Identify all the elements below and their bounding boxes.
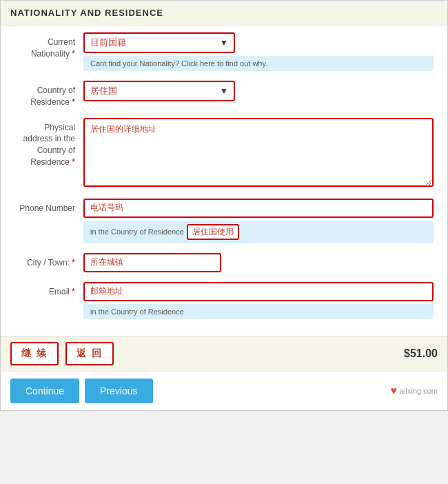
address-label: Physicaladdress in theCountry ofResidenc… xyxy=(14,118,83,168)
nationality-control: 目前国籍 ▼ Cant find your Nationality? Click… xyxy=(83,32,434,71)
email-input[interactable] xyxy=(83,282,434,301)
nationality-select-text: 目前国籍 xyxy=(85,34,214,52)
address-required: * xyxy=(72,157,75,167)
phone-input[interactable] xyxy=(83,199,434,218)
residence-row: Country ofResidence * 居住国 ▼ xyxy=(14,81,434,108)
residence-dropdown-arrow[interactable]: ▼ xyxy=(214,83,234,99)
city-required: * xyxy=(72,258,75,268)
heart-icon: ♥ xyxy=(390,385,397,397)
nationality-required: * xyxy=(72,49,75,59)
watermark-text: ailxing.com xyxy=(400,387,438,395)
address-control xyxy=(83,118,434,189)
residence-control: 居住国 ▼ xyxy=(83,81,434,101)
section-header: NATIONALITY AND RESIDENCE xyxy=(1,1,447,26)
price-display: $51.00 xyxy=(404,347,438,360)
email-label: Email * xyxy=(14,282,83,298)
residence-select-text: 居住国 xyxy=(85,82,214,100)
button-bar: Continue Previous ♥ ailxing.com xyxy=(1,371,447,410)
continue-chinese-button[interactable]: 继 续 xyxy=(10,342,59,365)
email-control: in the Country of Residence xyxy=(83,282,434,319)
residence-required: * xyxy=(72,97,75,107)
city-input[interactable] xyxy=(83,253,221,272)
address-row: Physicaladdress in theCountry ofResidenc… xyxy=(14,118,434,189)
residence-select[interactable]: 居住国 ▼ xyxy=(83,81,235,101)
phone-label: Phone Number xyxy=(14,199,83,214)
city-label: City / Town: * xyxy=(14,253,83,269)
nationality-dropdown-arrow[interactable]: ▼ xyxy=(214,35,234,50)
email-required: * xyxy=(72,287,75,296)
nationality-row: CurrentNationality * 目前国籍 ▼ Cant find yo… xyxy=(14,32,434,71)
city-control xyxy=(83,253,434,272)
continue-button[interactable]: Continue xyxy=(10,379,79,403)
phone-control: in the Country of Residence 居住国使用 xyxy=(83,199,434,243)
phone-hint-prefix: in the Country of Residence xyxy=(90,228,184,236)
nationality-select[interactable]: 目前国籍 ▼ xyxy=(83,32,235,53)
phone-hint: in the Country of Residence 居住国使用 xyxy=(83,221,434,243)
back-chinese-button[interactable]: 返 回 xyxy=(65,342,114,365)
email-hint: in the Country of Residence xyxy=(83,304,434,319)
previous-button[interactable]: Previous xyxy=(85,379,152,403)
form-body: CurrentNationality * 目前国籍 ▼ Cant find yo… xyxy=(1,26,447,336)
phone-hint-annotated: 居住国使用 xyxy=(187,224,239,240)
residence-label: Country ofResidence * xyxy=(14,81,83,108)
nationality-label: CurrentNationality * xyxy=(14,32,83,60)
nationality-hint: Cant find your Nationality? Click here t… xyxy=(83,56,434,71)
phone-row: Phone Number in the Country of Residence… xyxy=(14,199,434,243)
address-textarea[interactable] xyxy=(83,118,434,187)
watermark: ♥ ailxing.com xyxy=(390,385,438,397)
email-row: Email * in the Country of Residence xyxy=(14,282,434,319)
footer-bar: 继 续 返 回 $51.00 xyxy=(1,336,447,371)
city-row: City / Town: * xyxy=(14,253,434,272)
